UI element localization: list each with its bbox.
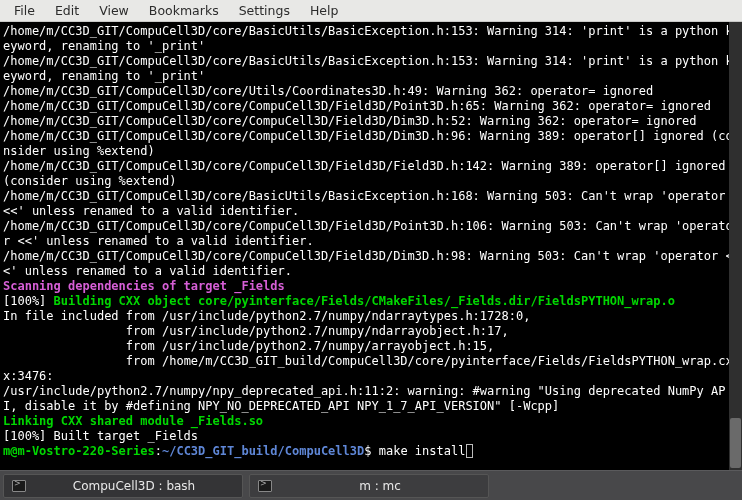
taskbar: CompuCell3D : bash m : mc: [0, 470, 742, 500]
terminal-line: /home/m/CC3D_GIT/CompuCell3D/core/BasicU…: [3, 189, 739, 219]
terminal-line: /usr/include/python2.7/numpy/npy_depreca…: [3, 384, 739, 414]
menu-edit[interactable]: Edit: [45, 0, 89, 21]
terminal-line: /home/m/CC3D_GIT/CompuCell3D/core/BasicU…: [3, 24, 739, 54]
menu-view[interactable]: View: [89, 0, 139, 21]
command-input[interactable]: make install: [379, 444, 466, 458]
terminal-line: [100%] Built target _Fields: [3, 429, 739, 444]
terminal-line: /home/m/CC3D_GIT/CompuCell3D/core/Utils/…: [3, 84, 739, 99]
terminal-line: /home/m/CC3D_GIT/CompuCell3D/core/CompuC…: [3, 219, 739, 249]
cursor: [466, 444, 473, 458]
menu-file[interactable]: File: [4, 0, 45, 21]
terminal-line: /home/m/CC3D_GIT/CompuCell3D/core/CompuC…: [3, 159, 739, 189]
menubar: File Edit View Bookmarks Settings Help: [0, 0, 742, 22]
menu-settings[interactable]: Settings: [229, 0, 300, 21]
taskbar-label: CompuCell3D : bash: [34, 479, 234, 493]
menu-help[interactable]: Help: [300, 0, 349, 21]
terminal-line: from /home/m/CC3D_GIT_build/CompuCell3D/…: [3, 354, 739, 384]
taskbar-label: m : mc: [280, 479, 480, 493]
terminal-line: Scanning dependencies of target _Fields: [3, 279, 739, 294]
terminal-line: /home/m/CC3D_GIT/CompuCell3D/core/CompuC…: [3, 99, 739, 114]
menu-bookmarks[interactable]: Bookmarks: [139, 0, 229, 21]
terminal-prompt-line: m@m-Vostro-220-Series:~/CC3D_GIT_build/C…: [3, 444, 739, 459]
terminal-line: /home/m/CC3D_GIT/CompuCell3D/core/CompuC…: [3, 114, 739, 129]
terminal-output[interactable]: /home/m/CC3D_GIT/CompuCell3D/core/BasicU…: [0, 22, 742, 470]
terminal-line: [100%] Building CXX object core/pyinterf…: [3, 294, 739, 309]
terminal-icon: [258, 480, 272, 492]
terminal-icon: [12, 480, 26, 492]
terminal-line: Linking CXX shared module _Fields.so: [3, 414, 739, 429]
terminal-line: /home/m/CC3D_GIT/CompuCell3D/core/BasicU…: [3, 54, 739, 84]
scrollbar[interactable]: [729, 22, 742, 470]
scrollbar-thumb[interactable]: [730, 418, 741, 468]
taskbar-item-mc[interactable]: m : mc: [249, 474, 489, 498]
taskbar-item-compucell3d[interactable]: CompuCell3D : bash: [3, 474, 243, 498]
terminal-line: /home/m/CC3D_GIT/CompuCell3D/core/CompuC…: [3, 249, 739, 279]
terminal-line: /home/m/CC3D_GIT/CompuCell3D/core/CompuC…: [3, 129, 739, 159]
terminal-line: from /usr/include/python2.7/numpy/ndarra…: [3, 324, 739, 339]
terminal-line: from /usr/include/python2.7/numpy/arrayo…: [3, 339, 739, 354]
terminal-line: In file included from /usr/include/pytho…: [3, 309, 739, 324]
